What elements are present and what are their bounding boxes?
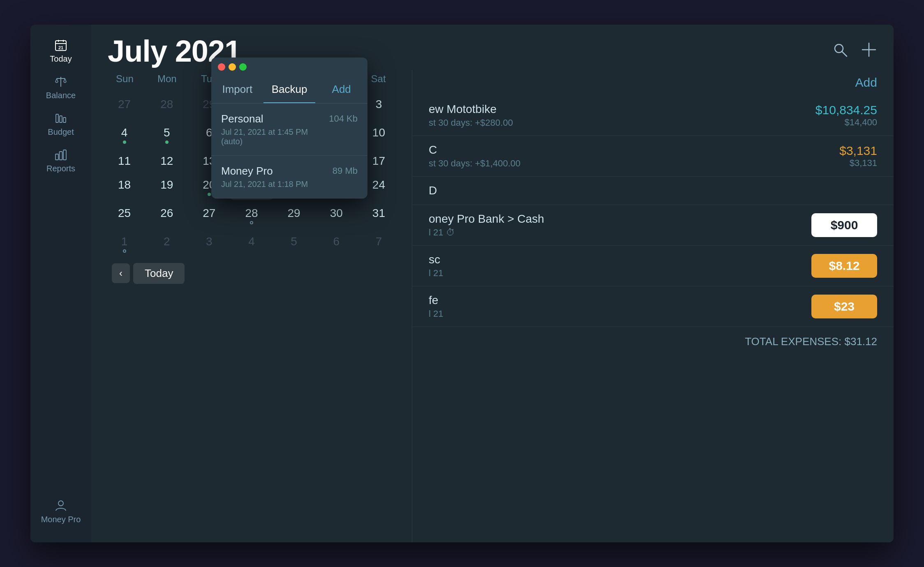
trans-name-2: D (429, 184, 877, 197)
transactions-panel: Add ew Mototbike st 30 days: +$280.00 $1… (412, 70, 894, 542)
transaction-item-5[interactable]: fe l 21 $23 (412, 286, 894, 327)
backup-item-1[interactable]: Money Pro Jul 21, 2021 at 1:18 PM 89 Mb (211, 156, 367, 198)
modal-tabs: Import Backup Add (211, 76, 367, 104)
bottom-nav: ‹ Today (104, 257, 400, 290)
total-label: TOTAL EXPENSES: $31.12 (745, 335, 877, 348)
trans-header: Add (412, 70, 894, 95)
svg-point-13 (58, 501, 63, 506)
cal-cell-28[interactable]: 28 (231, 201, 272, 228)
trans-name-4: sc (429, 253, 803, 266)
backup-info-0: Personal Jul 21, 2021 at 1:45 PM (auto) (221, 113, 329, 146)
trans-amount-0: $10,834.25 $14,400 (815, 103, 877, 128)
cal-cell-1b[interactable]: 1 (104, 229, 145, 257)
trans-name-1: C (429, 143, 831, 157)
trans-amount-1: $3,131 $3,131 (839, 144, 877, 168)
modal-tab-backup[interactable]: Backup (263, 76, 316, 103)
cal-cell-3b[interactable]: 3 (188, 229, 230, 257)
cal-cell-26[interactable]: 26 (146, 201, 187, 228)
backup-item-0[interactable]: Personal Jul 21, 2021 at 1:45 PM (auto) … (211, 104, 367, 156)
backup-size-0: 104 Kb (329, 113, 358, 124)
trans-info-3: oney Pro Bank > Cash l 21 ⏱ (429, 212, 803, 238)
trans-add-button[interactable]: Add (855, 76, 877, 90)
transaction-item-3[interactable]: oney Pro Bank > Cash l 21 ⏱ $900 (412, 205, 894, 246)
trans-info-1: C st 30 days: +$1,400.00 (429, 143, 831, 169)
trans-sub-3: l 21 ⏱ (429, 227, 803, 238)
today-button[interactable]: Today (133, 263, 185, 284)
backup-modal: Import Backup Add Personal Jul 21, 2021 … (211, 58, 367, 198)
trans-sub-4: l 21 (429, 268, 803, 279)
cal-cell-30b[interactable]: 30 (316, 201, 357, 228)
cal-cell-18[interactable]: 18 (104, 173, 145, 200)
cal-cell-12[interactable]: 12 (146, 149, 187, 172)
cal-cell-5b[interactable]: 5 (273, 229, 315, 257)
balance-icon (54, 75, 67, 88)
backup-info-1: Money Pro Jul 21, 2021 at 1:18 PM (221, 165, 333, 189)
calendar-icon: 21 (54, 39, 67, 52)
cal-cell-28a[interactable]: 28 (146, 92, 187, 120)
svg-line-15 (842, 51, 847, 56)
close-button[interactable] (218, 63, 225, 71)
trans-name-0: ew Mototbike (429, 103, 807, 116)
cal-cell-6b[interactable]: 6 (316, 229, 357, 257)
backup-date-0: Jul 21, 2021 at 1:45 PM (auto) (221, 127, 329, 146)
backup-size-1: 89 Mb (333, 165, 358, 176)
transaction-item-2[interactable]: D (412, 177, 894, 205)
app-window: 21 Today Balance Budget (30, 25, 894, 542)
svg-rect-12 (63, 150, 66, 160)
trans-badge-4: $8.12 (811, 254, 877, 278)
cal-cell-31[interactable]: 31 (358, 201, 400, 228)
transaction-item-0[interactable]: ew Mototbike st 30 days: +$280.00 $10,83… (412, 95, 894, 136)
cal-cell-25[interactable]: 25 (104, 201, 145, 228)
cal-cell-19[interactable]: 19 (146, 173, 187, 200)
sidebar-item-balance[interactable]: Balance (30, 69, 91, 106)
cal-cell-4[interactable]: 4 (104, 120, 145, 148)
sidebar-balance-label: Balance (46, 91, 76, 100)
modal-tab-add[interactable]: Add (315, 76, 367, 103)
trans-amount-main-1: $3,131 (839, 144, 877, 158)
backup-name-0: Personal (221, 113, 329, 125)
sidebar-item-budget[interactable]: Budget (30, 106, 91, 143)
transaction-item-4[interactable]: sc l 21 $8.12 (412, 246, 894, 286)
search-button[interactable] (832, 41, 848, 61)
trans-amount-sub-0: $14,400 (815, 117, 877, 128)
modal-titlebar (211, 58, 367, 76)
maximize-button[interactable] (239, 63, 247, 71)
trans-amount-main-0: $10,834.25 (815, 103, 877, 117)
sidebar-today-label: Today (50, 54, 72, 64)
sidebar-moneypro-label: Money Pro (41, 515, 81, 524)
trans-name-5: fe (429, 294, 803, 307)
minimize-button[interactable] (229, 63, 236, 71)
trans-info-4: sc l 21 (429, 253, 803, 279)
sidebar: 21 Today Balance Budget (30, 25, 91, 542)
trans-info-2: D (429, 184, 877, 197)
sidebar-item-moneypro[interactable]: Money Pro (37, 493, 85, 530)
sidebar-item-reports[interactable]: Reports (30, 143, 91, 179)
trans-amount-sub-1: $3,131 (839, 158, 877, 168)
cal-cell-5[interactable]: 5 (146, 120, 187, 148)
cal-cell-7b[interactable]: 7 (358, 229, 400, 257)
cal-cell-2b[interactable]: 2 (146, 229, 187, 257)
trans-sub-0: st 30 days: +$280.00 (429, 118, 807, 128)
sidebar-bottom: Money Pro (37, 493, 85, 542)
modal-tab-import[interactable]: Import (211, 76, 263, 103)
svg-text:21: 21 (58, 45, 63, 50)
add-button[interactable] (861, 41, 877, 61)
header-actions (832, 41, 877, 61)
budget-icon (54, 112, 67, 125)
trans-info-0: ew Mototbike st 30 days: +$280.00 (429, 103, 807, 128)
modal-content: Personal Jul 21, 2021 at 1:45 PM (auto) … (211, 104, 367, 198)
backup-name-1: Money Pro (221, 165, 333, 177)
transaction-item-1[interactable]: C st 30 days: +$1,400.00 $3,131 $3,131 (412, 136, 894, 177)
cal-cell-11[interactable]: 11 (104, 149, 145, 172)
sidebar-item-today[interactable]: 21 Today (30, 33, 91, 69)
svg-rect-10 (55, 154, 58, 160)
cal-cell-29[interactable]: 29 (273, 201, 315, 228)
svg-rect-9 (63, 118, 66, 122)
cal-cell-27b[interactable]: 27 (188, 201, 230, 228)
day-sun: Sun (104, 70, 146, 88)
cal-cell-27a[interactable]: 27 (104, 92, 145, 120)
cal-cell-4b[interactable]: 4 (231, 229, 272, 257)
person-icon (54, 499, 67, 512)
prev-button[interactable]: ‹ (112, 263, 130, 283)
trans-badge-3: $900 (811, 213, 877, 237)
